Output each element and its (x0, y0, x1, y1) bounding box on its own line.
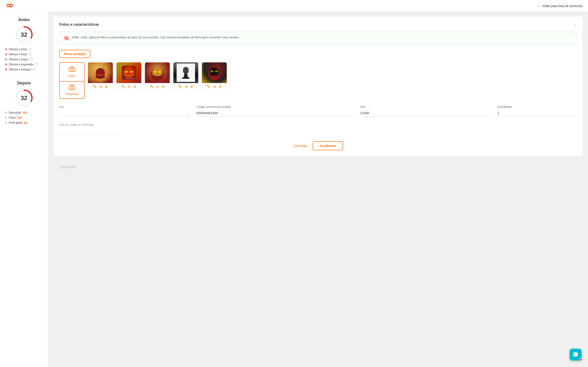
photo-upload-card[interactable]: Fotos Templates (59, 62, 85, 99)
info-box: 🧠 Edite, corte, adicione filtros e perso… (59, 32, 577, 45)
edit-icon[interactable]: ✏️ (150, 85, 154, 88)
sku-input[interactable] (360, 110, 493, 117)
x-icon: ✕ (5, 48, 7, 51)
photo-thumb-1: ✏️ ◈ 🗑 (88, 62, 113, 90)
after-score-circle: 32 (15, 89, 33, 107)
camera-icon (69, 66, 75, 73)
svg-point-11 (71, 87, 73, 89)
chat-notification-badge (579, 358, 582, 361)
after-title: Depois (5, 81, 43, 85)
camera-icon-2 (69, 84, 75, 91)
youtube-input[interactable] (59, 128, 119, 135)
youtube-section: Link do vídeo no YouTube: (59, 123, 577, 135)
header: ← Voltar para lista de anúncios (0, 0, 588, 12)
x-icon: ✕ (5, 58, 7, 61)
templates-label: Templates (65, 92, 78, 96)
list-item: ✓ Descrição 10p (5, 111, 43, 115)
layers-icon[interactable]: ◈ (185, 85, 187, 88)
cor-select-wrapper: ⌄ (59, 110, 192, 117)
item-label: Otimize a exposição (9, 63, 34, 66)
item-points: 15p (17, 116, 22, 119)
cancel-button[interactable]: Cancelar (293, 144, 307, 148)
layers-icon[interactable]: ◈ (156, 85, 159, 88)
photo-image-3 (145, 62, 170, 83)
photo-actions-5: ✏️ ◈ 🗑 (202, 83, 227, 90)
photo-thumb-2: IRON MAN ✏️ ◈ 🗑 (116, 62, 141, 90)
item-label: Fotos (9, 116, 16, 119)
cor-select[interactable] (59, 110, 192, 117)
back-link[interactable]: ← Voltar para lista de anúncios (537, 4, 582, 8)
item-label: Otimize o estoque (9, 68, 31, 71)
sku-universal-input[interactable] (196, 110, 355, 117)
x-icon: ✕ (5, 63, 7, 66)
layers-icon[interactable]: ◈ (99, 85, 102, 88)
main-content: Fotos e características ⌄ 🧠 Edite, corte… (48, 12, 588, 367)
photo-image-2: IRON MAN (116, 62, 141, 83)
list-item: ✕ Otimize a ficha ? (5, 48, 43, 51)
svg-point-33 (210, 70, 214, 72)
photo-image-5 (202, 62, 227, 83)
layers-icon[interactable]: ◈ (213, 85, 216, 88)
list-item: ✕ Otimize o preço ? (5, 58, 43, 61)
help-icon[interactable]: ? (35, 63, 38, 66)
templates-button[interactable]: Templates (60, 82, 84, 98)
item-points: 5p (24, 121, 27, 124)
check-icon: ✓ (5, 111, 7, 115)
form-row: Cor ⌄ Código universal de produto SKU (59, 105, 577, 117)
delete-icon[interactable]: 🗑 (162, 85, 165, 88)
help-icon[interactable]: ? (32, 68, 36, 71)
cor-label: Cor (59, 105, 192, 108)
logo (6, 1, 14, 10)
collapse-button[interactable]: ⌄ (573, 22, 577, 27)
list-item: ✕ Otimize o título ? (5, 52, 43, 56)
photo-actions-4: ✏️ ◈ 🗑 (173, 83, 198, 90)
brain-icon: 🧠 (63, 35, 69, 41)
before-score-circle: 32 (15, 25, 33, 44)
check-icon: ✓ (5, 116, 7, 119)
delete-icon[interactable]: 🗑 (133, 85, 137, 88)
list-item: ✓ Fotos 15p (5, 116, 43, 119)
edit-icon[interactable]: ✏️ (121, 85, 125, 88)
help-icon[interactable]: ? (29, 58, 33, 61)
photo-thumb-5: ✏️ ◈ 🗑 (202, 62, 227, 90)
photos-upload-button[interactable]: Fotos (60, 63, 84, 81)
layout: Antes 32 ✕ Otimize a ficha ? ✕ (0, 0, 588, 367)
item-points: 10p (22, 111, 27, 114)
layers-icon[interactable]: ◈ (128, 85, 130, 88)
delete-icon[interactable]: 🗑 (190, 85, 193, 88)
nova-variacao-button[interactable]: Nova variação (59, 50, 90, 58)
sidebar-divider (5, 78, 43, 78)
sku-universal-label: Código universal de produto (196, 105, 355, 108)
before-section: Antes 32 ✕ Otimize a ficha ? ✕ (5, 17, 43, 71)
item-label: Otimize a ficha (9, 48, 27, 51)
delete-icon[interactable]: 🗑 (105, 85, 108, 88)
quantidade-input[interactable] (498, 110, 577, 117)
check-icon: ✓ (5, 121, 7, 125)
quantidade-group: Quantidade (498, 105, 577, 117)
edit-icon[interactable]: ✏️ (178, 85, 182, 88)
svg-rect-20 (130, 71, 133, 73)
svg-point-24 (153, 71, 157, 73)
help-icon[interactable]: ? (28, 53, 32, 56)
photo-actions-3: ✏️ ◈ 🗑 (145, 83, 170, 90)
svg-rect-15 (98, 73, 100, 74)
svg-rect-19 (125, 71, 128, 73)
youtube-label: Link do vídeo no YouTube: (59, 123, 577, 126)
svg-rect-30 (182, 77, 190, 79)
svg-point-9 (71, 69, 73, 71)
checklist-after: ✓ Descrição 10p ✓ Fotos 15p ✓ Frete grát… (5, 111, 43, 125)
before-circle-container: 32 (5, 25, 43, 44)
section-header: Fotos e características ⌄ (59, 22, 577, 27)
svg-rect-16 (101, 73, 103, 74)
info-text: Edite, corte, adicione filtros e persona… (72, 35, 240, 40)
list-item: ✓ Frete grátis 5p (5, 121, 43, 125)
svg-point-3 (10, 5, 12, 6)
confirm-button[interactable]: Confirmar (313, 141, 343, 150)
delete-icon[interactable]: 🗑 (219, 85, 222, 88)
help-icon[interactable]: ? (28, 48, 32, 51)
section-title: Fotos e características (59, 23, 99, 27)
photo-image-1 (88, 62, 113, 83)
edit-icon[interactable]: ✏️ (93, 85, 97, 88)
edit-icon[interactable]: ✏️ (207, 85, 211, 88)
photo-actions-1: ✏️ ◈ 🗑 (88, 83, 113, 90)
